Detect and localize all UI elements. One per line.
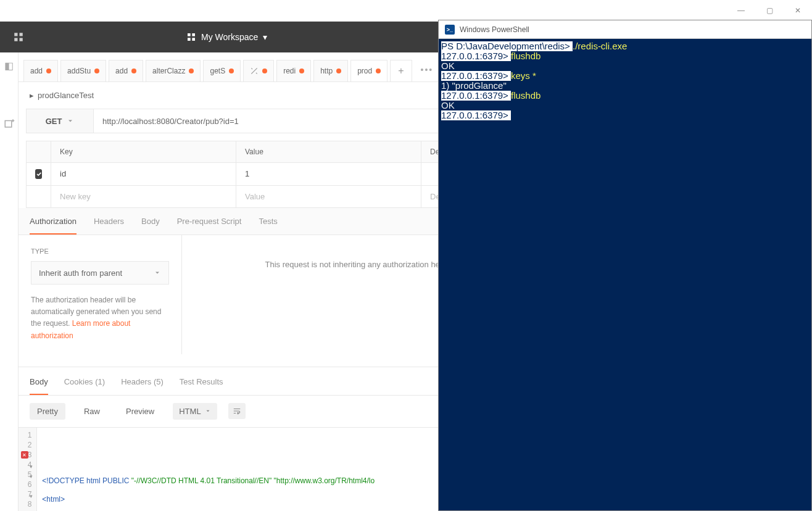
unsaved-dot-icon <box>262 69 267 73</box>
tab-untitled[interactable] <box>243 60 274 81</box>
new-button[interactable] <box>10 28 27 46</box>
resp-tab-tests[interactable]: Test Results <box>180 377 223 395</box>
subtab-authorization[interactable]: Authorization <box>30 217 77 235</box>
tab-gets[interactable]: getS <box>203 60 241 81</box>
resp-tab-headers[interactable]: Headers (5) <box>121 377 164 395</box>
column-key: Key <box>51 141 236 162</box>
close-button[interactable]: ✕ <box>784 1 812 20</box>
svg-rect-3 <box>20 38 23 41</box>
powershell-icon: >_ <box>445 25 455 35</box>
sidebar-collapse-icon[interactable]: ◧ <box>2 59 16 72</box>
tab-redi[interactable]: redi <box>276 60 311 81</box>
sidebar-new-icon[interactable] <box>2 117 16 130</box>
subtab-prerequest[interactable]: Pre-request Script <box>177 217 242 235</box>
tab-addstu[interactable]: addStu <box>60 60 106 81</box>
plus-grid-icon <box>13 31 24 43</box>
auth-type-select[interactable]: Inherit auth from parent <box>31 261 169 285</box>
powershell-terminal[interactable]: PS D:\JavaDevelopment\redis> ./redis-cli… <box>439 39 811 123</box>
resp-tab-body[interactable]: Body <box>30 377 48 395</box>
method-selector[interactable]: GET <box>26 109 94 133</box>
column-value: Value <box>236 141 421 162</box>
powershell-titlebar[interactable]: >_ Windows PowerShell <box>439 20 811 39</box>
unsaved-dot-icon <box>336 69 341 73</box>
powershell-window: >_ Windows PowerShell PS D:\JavaDevelopm… <box>438 20 812 511</box>
view-raw-button[interactable]: Raw <box>77 403 107 420</box>
svg-rect-5 <box>192 33 195 36</box>
error-icon <box>21 451 28 459</box>
tab-add2[interactable]: add <box>109 60 143 81</box>
param-key[interactable]: id <box>51 163 236 185</box>
grid-icon <box>186 32 196 42</box>
workspace-selector[interactable]: My Workspace ▾ <box>186 32 267 42</box>
breadcrumb-arrow-icon: ▸ <box>30 91 34 100</box>
powershell-title: Windows PowerShell <box>460 25 529 34</box>
param-key-placeholder[interactable]: New key <box>51 186 236 207</box>
param-value-placeholder[interactable]: Value <box>236 186 421 207</box>
format-selector[interactable]: HTML <box>173 403 217 420</box>
unsaved-dot-icon <box>46 69 51 73</box>
chevron-down-icon <box>205 408 211 414</box>
check-icon <box>36 171 42 177</box>
line-gutter: 1 2 3 ▾4 ▾5 6 ▾7 8 9 10 11 <box>19 428 37 511</box>
svg-rect-8 <box>5 121 12 128</box>
unsaved-dot-icon <box>299 69 304 73</box>
auth-type-label: TYPE <box>31 247 169 255</box>
unsaved-dot-icon <box>131 69 136 73</box>
unsaved-dot-icon <box>189 69 194 73</box>
minimize-button[interactable]: — <box>727 1 755 20</box>
chevron-down-icon <box>154 269 161 276</box>
wand-icon <box>250 67 259 75</box>
svg-rect-0 <box>14 33 17 36</box>
wrap-icon <box>232 407 242 415</box>
subtab-headers[interactable]: Headers <box>94 217 124 235</box>
subtab-body[interactable]: Body <box>141 217 160 235</box>
unsaved-dot-icon <box>229 69 234 73</box>
param-checkbox[interactable] <box>35 169 42 179</box>
svg-rect-1 <box>20 33 23 36</box>
window-titlebar: — ▢ ✕ <box>0 0 812 22</box>
subtab-tests[interactable]: Tests <box>259 217 277 235</box>
maximize-button[interactable]: ▢ <box>755 1 784 20</box>
resp-tab-cookies[interactable]: Cookies (1) <box>64 377 105 395</box>
chevron-down-icon <box>67 117 74 125</box>
tab-prod[interactable]: prod <box>350 60 387 81</box>
view-preview-button[interactable]: Preview <box>118 403 162 420</box>
workspace-label: My Workspace <box>201 32 258 42</box>
tab-new-button[interactable]: + <box>390 60 412 81</box>
unsaved-dot-icon <box>376 69 381 73</box>
tab-alterclazz[interactable]: alterClazz <box>146 60 201 81</box>
unsaved-dot-icon <box>94 69 99 73</box>
tab-overflow-button[interactable]: ••• <box>415 60 440 81</box>
svg-rect-6 <box>188 38 191 41</box>
wrap-toggle[interactable] <box>228 403 246 419</box>
svg-rect-2 <box>14 38 17 41</box>
tab-http[interactable]: http <box>313 60 348 81</box>
param-value[interactable]: 1 <box>236 163 421 185</box>
auth-description: The authorization header will be automat… <box>31 294 169 342</box>
chevron-down-icon: ▾ <box>263 32 267 42</box>
request-name: prodGlanceTest <box>38 91 94 100</box>
svg-rect-7 <box>192 38 195 41</box>
left-sidebar: ◧ <box>0 52 19 511</box>
tab-add[interactable]: add <box>23 60 58 81</box>
view-pretty-button[interactable]: Pretty <box>30 403 65 420</box>
svg-rect-4 <box>188 33 191 36</box>
